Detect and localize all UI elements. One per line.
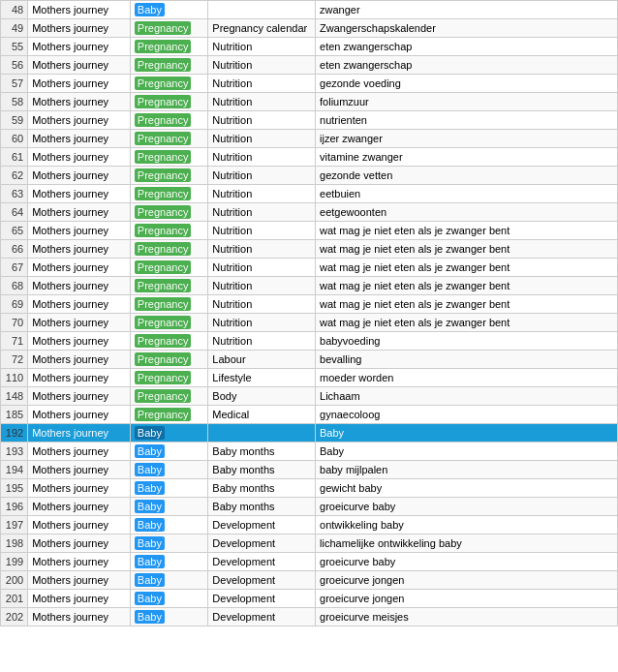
row-category: Pregnancy bbox=[130, 351, 208, 369]
row-keyword: Zwangerschapskalender bbox=[316, 19, 618, 38]
table-row[interactable]: 192Mothers journeyBabyBaby bbox=[1, 424, 618, 443]
table-row[interactable]: 71Mothers journeyPregnancyNutritionbabyv… bbox=[1, 332, 618, 351]
row-id: 56 bbox=[1, 56, 28, 75]
row-id: 63 bbox=[1, 185, 28, 203]
row-site: Mothers journey bbox=[28, 130, 131, 148]
category-badge: Pregnancy bbox=[135, 76, 192, 90]
table-row[interactable]: 49Mothers journeyPregnancyPregnancy cale… bbox=[1, 19, 618, 38]
keyword-table: 48Mothers journeyBabyzwanger49Mothers jo… bbox=[0, 0, 618, 626]
category-badge: Pregnancy bbox=[135, 260, 192, 274]
row-id: 201 bbox=[1, 590, 28, 608]
table-row[interactable]: 64Mothers journeyPregnancyNutritioneetge… bbox=[1, 203, 618, 222]
table-row[interactable]: 72Mothers journeyPregnancyLabourbevallin… bbox=[1, 351, 618, 369]
table-row[interactable]: 110Mothers journeyPregnancyLifestylemoed… bbox=[1, 369, 618, 387]
row-subcategory: Nutrition bbox=[208, 259, 316, 277]
row-keyword: eetbuien bbox=[316, 185, 618, 203]
row-keyword: babyvoeding bbox=[316, 332, 618, 351]
table-row[interactable]: 201Mothers journeyBabyDevelopmentgroeicu… bbox=[1, 590, 618, 608]
table-row[interactable]: 199Mothers journeyBabyDevelopmentgroeicu… bbox=[1, 553, 618, 571]
row-site: Mothers journey bbox=[28, 479, 131, 498]
row-subcategory: Development bbox=[208, 608, 316, 626]
table-row[interactable]: 193Mothers journeyBabyBaby monthsBaby bbox=[1, 443, 618, 461]
table-row[interactable]: 202Mothers journeyBabyDevelopmentgroeicu… bbox=[1, 608, 618, 626]
table-row[interactable]: 194Mothers journeyBabyBaby monthsbaby mi… bbox=[1, 461, 618, 479]
row-id: 72 bbox=[1, 351, 28, 369]
row-subcategory: Nutrition bbox=[208, 111, 316, 130]
table-row[interactable]: 200Mothers journeyBabyDevelopmentgroeicu… bbox=[1, 571, 618, 590]
row-subcategory: Nutrition bbox=[208, 130, 316, 148]
table-row[interactable]: 59Mothers journeyPregnancyNutritionnutri… bbox=[1, 111, 618, 130]
row-subcategory: Baby months bbox=[208, 461, 316, 479]
table-row[interactable]: 61Mothers journeyPregnancyNutritionvitam… bbox=[1, 148, 618, 167]
row-keyword: groeicurve jongen bbox=[316, 590, 618, 608]
table-row[interactable]: 185Mothers journeyPregnancyMedicalgynaec… bbox=[1, 406, 618, 424]
row-site: Mothers journey bbox=[28, 553, 131, 571]
row-subcategory: Nutrition bbox=[208, 332, 316, 351]
row-id: 196 bbox=[1, 498, 28, 516]
row-subcategory: Development bbox=[208, 516, 316, 535]
table-row[interactable]: 68Mothers journeyPregnancyNutritionwat m… bbox=[1, 277, 618, 295]
table-row[interactable]: 196Mothers journeyBabyBaby monthsgroeicu… bbox=[1, 498, 618, 516]
row-category: Baby bbox=[130, 443, 208, 461]
table-row[interactable]: 48Mothers journeyBabyzwanger bbox=[1, 1, 618, 19]
category-badge: Pregnancy bbox=[135, 316, 192, 329]
category-badge: Pregnancy bbox=[135, 334, 192, 348]
row-id: 65 bbox=[1, 222, 28, 240]
row-id: 66 bbox=[1, 240, 28, 259]
table-row[interactable]: 56Mothers journeyPregnancyNutritioneten … bbox=[1, 56, 618, 75]
table-row[interactable]: 60Mothers journeyPregnancyNutritionijzer… bbox=[1, 130, 618, 148]
row-id: 67 bbox=[1, 259, 28, 277]
row-site: Mothers journey bbox=[28, 443, 131, 461]
table-row[interactable]: 69Mothers journeyPregnancyNutritionwat m… bbox=[1, 295, 618, 314]
row-category: Pregnancy bbox=[130, 38, 208, 56]
table-row[interactable]: 197Mothers journeyBabyDevelopmentontwikk… bbox=[1, 516, 618, 535]
table-row[interactable]: 55Mothers journeyPregnancyNutritioneten … bbox=[1, 38, 618, 56]
table-row[interactable]: 195Mothers journeyBabyBaby monthsgewicht… bbox=[1, 479, 618, 498]
table-row[interactable]: 57Mothers journeyPregnancyNutritiongezon… bbox=[1, 75, 618, 93]
category-badge: Pregnancy bbox=[135, 205, 192, 219]
row-id: 61 bbox=[1, 148, 28, 167]
category-badge: Baby bbox=[135, 3, 165, 16]
row-keyword: Lichaam bbox=[316, 387, 618, 406]
row-subcategory: Nutrition bbox=[208, 222, 316, 240]
row-site: Mothers journey bbox=[28, 608, 131, 626]
row-keyword: gezonde vetten bbox=[316, 167, 618, 185]
row-category: Baby bbox=[130, 608, 208, 626]
row-category: Pregnancy bbox=[130, 332, 208, 351]
table-row[interactable]: 148Mothers journeyPregnancyBodyLichaam bbox=[1, 387, 618, 406]
row-id: 60 bbox=[1, 130, 28, 148]
row-id: 57 bbox=[1, 75, 28, 93]
row-subcategory: Development bbox=[208, 590, 316, 608]
row-id: 58 bbox=[1, 93, 28, 111]
row-id: 71 bbox=[1, 332, 28, 351]
row-keyword: wat mag je niet eten als je zwanger bent bbox=[316, 277, 618, 295]
table-row[interactable]: 198Mothers journeyBabyDevelopmentlichame… bbox=[1, 535, 618, 553]
category-badge: Pregnancy bbox=[135, 95, 192, 108]
row-id: 59 bbox=[1, 111, 28, 130]
category-badge: Pregnancy bbox=[135, 242, 192, 256]
category-badge: Pregnancy bbox=[135, 224, 192, 237]
row-category: Pregnancy bbox=[130, 203, 208, 222]
row-subcategory bbox=[208, 424, 316, 443]
category-badge: Baby bbox=[135, 444, 165, 458]
row-site: Mothers journey bbox=[28, 295, 131, 314]
table-row[interactable]: 67Mothers journeyPregnancyNutritionwat m… bbox=[1, 259, 618, 277]
table-row[interactable]: 63Mothers journeyPregnancyNutritioneetbu… bbox=[1, 185, 618, 203]
row-subcategory: Body bbox=[208, 387, 316, 406]
row-category: Baby bbox=[130, 461, 208, 479]
row-keyword: bevalling bbox=[316, 351, 618, 369]
table-row[interactable]: 62Mothers journeyPregnancyNutritiongezon… bbox=[1, 167, 618, 185]
row-subcategory: Medical bbox=[208, 406, 316, 424]
row-category: Pregnancy bbox=[130, 148, 208, 167]
row-keyword: wat mag je niet eten als je zwanger bent bbox=[316, 295, 618, 314]
row-keyword: wat mag je niet eten als je zwanger bent bbox=[316, 259, 618, 277]
row-keyword: moeder worden bbox=[316, 369, 618, 387]
row-subcategory: Nutrition bbox=[208, 314, 316, 332]
table-row[interactable]: 70Mothers journeyPregnancyNutritionwat m… bbox=[1, 314, 618, 332]
table-row[interactable]: 66Mothers journeyPregnancyNutritionwat m… bbox=[1, 240, 618, 259]
category-badge: Baby bbox=[135, 463, 165, 476]
table-row[interactable]: 65Mothers journeyPregnancyNutritionwat m… bbox=[1, 222, 618, 240]
table-row[interactable]: 58Mothers journeyPregnancyNutritionfoliu… bbox=[1, 93, 618, 111]
category-badge: Baby bbox=[135, 610, 165, 624]
row-category: Pregnancy bbox=[130, 387, 208, 406]
